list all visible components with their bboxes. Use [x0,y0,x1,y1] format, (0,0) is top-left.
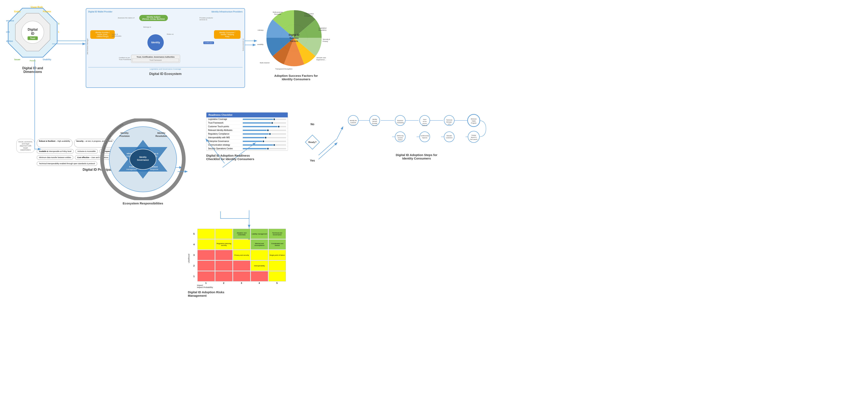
digital-id-subtitle: Digital ID and Dimensions [4,66,61,74]
svg-text:Provider: Provider [372,123,377,124]
identity-consumer: Identity Consumer / Verifier / Relying P… [214,30,241,39]
svg-text:Trust: Trust [30,37,35,39]
octagon-svg: Digital ID Trust Usage Mode Purpose Expi… [6,6,59,61]
risk-matrix-title: Digital ID Adoption Risks Management [188,290,286,298]
cell-2-1 [197,260,215,271]
svg-text:Interoper-: Interoper- [446,121,453,123]
cell-2-3 [233,260,250,271]
x4: 4 [250,282,268,284]
cell-5-4: Liability management [251,229,268,239]
cell-1-1 [197,271,215,281]
yes-label: Yes [310,159,315,162]
ecosystem-section: Digital ID Wallet Provider Identity Infr… [86,8,245,88]
cell-1-2 [215,271,232,281]
x2: 2 [215,282,232,284]
svg-text:Identity: Identity [157,132,165,134]
cell-4-2: Regulatory planning security [215,239,232,250]
checklist-trust: Trust Framework [207,121,288,125]
svg-text:Provision: Provision [119,135,130,137]
svg-text:ecosystems...: ecosystems... [304,15,314,17]
x5: 5 [268,282,286,284]
svg-text:Define key: Define key [397,135,404,136]
cell-5-2 [215,229,232,239]
cell-3-1 [197,250,215,260]
svg-text:customer: customer [350,122,356,123]
ecosystem-resp-section: Enterprise Risk management & Governance … [100,119,186,206]
trust-framework-label: Trust Framework [132,59,179,62]
svg-text:Smooth User: Smooth User [316,57,326,59]
cell-3-2 [215,250,232,260]
svg-text:Transparent Ecosystem: Transparent Ecosystem [275,68,292,70]
ecosystem-title: Digital ID Ecosystem [88,72,243,76]
principal-inclusive: Inclusive & Accessible [75,149,98,154]
adoption-steps-title: Digital ID Adoption Steps for Identity C… [343,153,490,160]
trust-cert-label: Trust, Certification, Governance Authori… [132,56,179,58]
svg-text:Identify the: Identify the [350,120,357,122]
ju-label: JU (Government) [242,38,244,51]
cell-3-5: Single point of failure [269,250,286,260]
cell-2-5 [269,260,286,271]
principals-left-label: Social, economic, and legal alignment wi… [16,139,35,153]
readiness-section: Readiness Checklist Legislative Coverage… [206,112,304,161]
provides-label: Provides products/ services to [199,17,213,21]
svg-text:Selection: Selection [372,125,377,126]
cell-1-4 [251,271,268,281]
x3: 3 [232,282,250,284]
svg-text:Identity: Identity [121,132,129,134]
svg-text:ID: ID [31,32,34,35]
svg-text:Usability: Usability [43,58,51,61]
adoption-success-section: Digital ID Success Factors Collaborative… [257,4,335,81]
probability-label: Impact Probability [191,286,286,288]
svg-text:ability: ability [447,124,451,125]
svg-text:Success: Success [289,37,299,39]
no-label: No [311,123,314,126]
certification-badge: Certification [204,41,214,44]
svg-text:success: success [398,137,403,138]
principal-robust: Robust & Resilient – High availability [37,139,72,148]
cell-5-3: Adoption and credentials [233,229,250,239]
svg-text:management: management [126,168,137,170]
svg-text:Identity: Identity [372,119,377,120]
svg-text:Full Launch: Full Launch [470,139,477,140]
svg-text:Jurisdiction: Jurisdiction [6,40,13,42]
svg-text:Inter-operability: Inter-operability [257,43,264,45]
svg-text:Reusable: Reusable [274,13,281,15]
y-axis-label: Likelihood [188,229,190,288]
svg-text:Identity: Identity [139,156,147,158]
checklist-legislative: Legislative Coverage [207,118,288,121]
y2: 2 [191,260,197,271]
cell-4-5: Coordinated and Seized [269,239,286,250]
svg-text:Collaborative: Collaborative [304,13,314,15]
svg-text:Usage Mode: Usage Mode [31,6,43,8]
checklist-header: Readiness Checklist [207,113,288,118]
svg-text:Form: Form [6,31,10,33]
svg-text:Subject: Subject [58,23,59,25]
checklist-governance: Enterprise Governance [207,139,288,143]
svg-text:Business: Business [397,120,403,121]
svg-text:Multi-channel: Multi-channel [260,62,270,64]
svg-text:customers: customers [446,137,453,138]
cell-2-4: Interoperability [251,260,268,271]
y3: 3 [191,250,197,260]
infra-provider-label: Identity Infrastructure Providers [212,11,243,13]
svg-text:Response: Response [150,168,158,170]
ready-diamond: Ready? [304,134,320,150]
cell-5-5: Technical and Governance [269,229,286,239]
svg-text:adoption: adoption [422,123,427,124]
certified-label: Certified as per Trust Framework [119,57,131,60]
trust-framework-box: Trust, Certification, Governance Authori… [131,55,180,63]
svg-text:Resolution: Resolution [156,135,167,137]
svg-text:launch &: launch & [471,136,476,138]
principal-technical: Technical interoperability enabled throu… [37,161,97,166]
ecosystem-resp-svg: Enterprise Risk management & Governance … [100,119,186,200]
assesses-label: Assesses the claims of [118,17,134,19]
svg-text:Multi-purpose: Multi-purpose [273,11,283,13]
svg-text:Security &: Security & [322,38,330,40]
svg-point-103 [444,132,454,142]
svg-text:metrics: metrics [398,139,403,140]
svg-text:Canary: Canary [471,134,476,136]
svg-text:Minimum: Minimum [471,118,477,120]
belongs-label: Belongs to [143,26,151,28]
svg-text:Continuously: Continuously [421,135,429,136]
x1: 1 [197,282,215,284]
